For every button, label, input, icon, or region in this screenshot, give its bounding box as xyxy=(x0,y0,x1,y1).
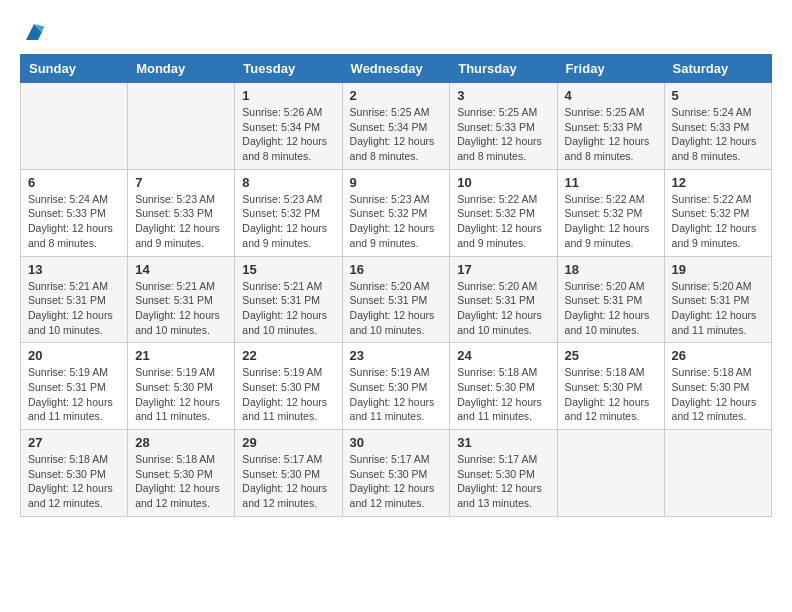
calendar-cell xyxy=(21,83,128,170)
logo-icon xyxy=(22,20,46,44)
calendar-cell: 3Sunrise: 5:25 AM Sunset: 5:33 PM Daylig… xyxy=(450,83,557,170)
weekday-header-sunday: Sunday xyxy=(21,55,128,83)
day-number: 17 xyxy=(457,262,549,277)
calendar-cell: 23Sunrise: 5:19 AM Sunset: 5:30 PM Dayli… xyxy=(342,343,450,430)
day-info: Sunrise: 5:24 AM Sunset: 5:33 PM Dayligh… xyxy=(28,192,120,251)
day-info: Sunrise: 5:23 AM Sunset: 5:32 PM Dayligh… xyxy=(242,192,334,251)
calendar-week-3: 13Sunrise: 5:21 AM Sunset: 5:31 PM Dayli… xyxy=(21,256,772,343)
weekday-header-wednesday: Wednesday xyxy=(342,55,450,83)
day-number: 31 xyxy=(457,435,549,450)
calendar-cell: 31Sunrise: 5:17 AM Sunset: 5:30 PM Dayli… xyxy=(450,430,557,517)
calendar-cell: 8Sunrise: 5:23 AM Sunset: 5:32 PM Daylig… xyxy=(235,169,342,256)
day-info: Sunrise: 5:25 AM Sunset: 5:34 PM Dayligh… xyxy=(350,105,443,164)
day-number: 28 xyxy=(135,435,227,450)
calendar-cell: 26Sunrise: 5:18 AM Sunset: 5:30 PM Dayli… xyxy=(664,343,771,430)
day-info: Sunrise: 5:20 AM Sunset: 5:31 PM Dayligh… xyxy=(565,279,657,338)
calendar-cell: 28Sunrise: 5:18 AM Sunset: 5:30 PM Dayli… xyxy=(128,430,235,517)
calendar-cell xyxy=(557,430,664,517)
day-info: Sunrise: 5:22 AM Sunset: 5:32 PM Dayligh… xyxy=(457,192,549,251)
day-info: Sunrise: 5:18 AM Sunset: 5:30 PM Dayligh… xyxy=(672,365,764,424)
calendar-header-row: SundayMondayTuesdayWednesdayThursdayFrid… xyxy=(21,55,772,83)
calendar-cell: 1Sunrise: 5:26 AM Sunset: 5:34 PM Daylig… xyxy=(235,83,342,170)
day-number: 13 xyxy=(28,262,120,277)
day-number: 11 xyxy=(565,175,657,190)
day-number: 22 xyxy=(242,348,334,363)
calendar-cell: 6Sunrise: 5:24 AM Sunset: 5:33 PM Daylig… xyxy=(21,169,128,256)
calendar-cell: 15Sunrise: 5:21 AM Sunset: 5:31 PM Dayli… xyxy=(235,256,342,343)
day-info: Sunrise: 5:19 AM Sunset: 5:30 PM Dayligh… xyxy=(242,365,334,424)
day-info: Sunrise: 5:17 AM Sunset: 5:30 PM Dayligh… xyxy=(242,452,334,511)
calendar-cell: 2Sunrise: 5:25 AM Sunset: 5:34 PM Daylig… xyxy=(342,83,450,170)
day-number: 30 xyxy=(350,435,443,450)
weekday-header-thursday: Thursday xyxy=(450,55,557,83)
day-number: 15 xyxy=(242,262,334,277)
calendar-cell: 21Sunrise: 5:19 AM Sunset: 5:30 PM Dayli… xyxy=(128,343,235,430)
calendar-cell: 20Sunrise: 5:19 AM Sunset: 5:31 PM Dayli… xyxy=(21,343,128,430)
day-info: Sunrise: 5:24 AM Sunset: 5:33 PM Dayligh… xyxy=(672,105,764,164)
calendar-cell: 14Sunrise: 5:21 AM Sunset: 5:31 PM Dayli… xyxy=(128,256,235,343)
day-number: 14 xyxy=(135,262,227,277)
calendar-cell: 18Sunrise: 5:20 AM Sunset: 5:31 PM Dayli… xyxy=(557,256,664,343)
calendar-cell: 22Sunrise: 5:19 AM Sunset: 5:30 PM Dayli… xyxy=(235,343,342,430)
day-number: 4 xyxy=(565,88,657,103)
day-number: 29 xyxy=(242,435,334,450)
page-header xyxy=(20,20,772,44)
calendar-cell xyxy=(664,430,771,517)
calendar-cell: 11Sunrise: 5:22 AM Sunset: 5:32 PM Dayli… xyxy=(557,169,664,256)
calendar-week-4: 20Sunrise: 5:19 AM Sunset: 5:31 PM Dayli… xyxy=(21,343,772,430)
day-number: 24 xyxy=(457,348,549,363)
day-info: Sunrise: 5:19 AM Sunset: 5:30 PM Dayligh… xyxy=(135,365,227,424)
day-info: Sunrise: 5:18 AM Sunset: 5:30 PM Dayligh… xyxy=(135,452,227,511)
day-number: 20 xyxy=(28,348,120,363)
calendar-cell: 30Sunrise: 5:17 AM Sunset: 5:30 PM Dayli… xyxy=(342,430,450,517)
calendar-cell: 24Sunrise: 5:18 AM Sunset: 5:30 PM Dayli… xyxy=(450,343,557,430)
day-info: Sunrise: 5:19 AM Sunset: 5:31 PM Dayligh… xyxy=(28,365,120,424)
day-info: Sunrise: 5:21 AM Sunset: 5:31 PM Dayligh… xyxy=(242,279,334,338)
day-info: Sunrise: 5:18 AM Sunset: 5:30 PM Dayligh… xyxy=(28,452,120,511)
day-number: 6 xyxy=(28,175,120,190)
weekday-header-saturday: Saturday xyxy=(664,55,771,83)
calendar-week-5: 27Sunrise: 5:18 AM Sunset: 5:30 PM Dayli… xyxy=(21,430,772,517)
logo xyxy=(20,20,46,44)
calendar-cell: 12Sunrise: 5:22 AM Sunset: 5:32 PM Dayli… xyxy=(664,169,771,256)
day-info: Sunrise: 5:17 AM Sunset: 5:30 PM Dayligh… xyxy=(457,452,549,511)
calendar-week-2: 6Sunrise: 5:24 AM Sunset: 5:33 PM Daylig… xyxy=(21,169,772,256)
day-info: Sunrise: 5:17 AM Sunset: 5:30 PM Dayligh… xyxy=(350,452,443,511)
day-number: 19 xyxy=(672,262,764,277)
day-info: Sunrise: 5:26 AM Sunset: 5:34 PM Dayligh… xyxy=(242,105,334,164)
calendar-cell: 5Sunrise: 5:24 AM Sunset: 5:33 PM Daylig… xyxy=(664,83,771,170)
day-info: Sunrise: 5:23 AM Sunset: 5:33 PM Dayligh… xyxy=(135,192,227,251)
day-number: 1 xyxy=(242,88,334,103)
day-info: Sunrise: 5:19 AM Sunset: 5:30 PM Dayligh… xyxy=(350,365,443,424)
calendar-cell: 9Sunrise: 5:23 AM Sunset: 5:32 PM Daylig… xyxy=(342,169,450,256)
day-info: Sunrise: 5:22 AM Sunset: 5:32 PM Dayligh… xyxy=(672,192,764,251)
calendar-cell xyxy=(128,83,235,170)
day-info: Sunrise: 5:25 AM Sunset: 5:33 PM Dayligh… xyxy=(457,105,549,164)
day-number: 27 xyxy=(28,435,120,450)
day-number: 25 xyxy=(565,348,657,363)
calendar-cell: 25Sunrise: 5:18 AM Sunset: 5:30 PM Dayli… xyxy=(557,343,664,430)
day-info: Sunrise: 5:21 AM Sunset: 5:31 PM Dayligh… xyxy=(135,279,227,338)
calendar-cell: 19Sunrise: 5:20 AM Sunset: 5:31 PM Dayli… xyxy=(664,256,771,343)
day-number: 18 xyxy=(565,262,657,277)
day-info: Sunrise: 5:20 AM Sunset: 5:31 PM Dayligh… xyxy=(672,279,764,338)
calendar-week-1: 1Sunrise: 5:26 AM Sunset: 5:34 PM Daylig… xyxy=(21,83,772,170)
day-info: Sunrise: 5:18 AM Sunset: 5:30 PM Dayligh… xyxy=(565,365,657,424)
day-info: Sunrise: 5:22 AM Sunset: 5:32 PM Dayligh… xyxy=(565,192,657,251)
day-number: 23 xyxy=(350,348,443,363)
day-number: 12 xyxy=(672,175,764,190)
day-number: 7 xyxy=(135,175,227,190)
day-info: Sunrise: 5:25 AM Sunset: 5:33 PM Dayligh… xyxy=(565,105,657,164)
day-info: Sunrise: 5:20 AM Sunset: 5:31 PM Dayligh… xyxy=(350,279,443,338)
day-number: 10 xyxy=(457,175,549,190)
day-info: Sunrise: 5:21 AM Sunset: 5:31 PM Dayligh… xyxy=(28,279,120,338)
day-number: 5 xyxy=(672,88,764,103)
calendar-table: SundayMondayTuesdayWednesdayThursdayFrid… xyxy=(20,54,772,517)
day-number: 21 xyxy=(135,348,227,363)
calendar-cell: 13Sunrise: 5:21 AM Sunset: 5:31 PM Dayli… xyxy=(21,256,128,343)
day-info: Sunrise: 5:23 AM Sunset: 5:32 PM Dayligh… xyxy=(350,192,443,251)
day-number: 16 xyxy=(350,262,443,277)
calendar-cell: 29Sunrise: 5:17 AM Sunset: 5:30 PM Dayli… xyxy=(235,430,342,517)
day-info: Sunrise: 5:18 AM Sunset: 5:30 PM Dayligh… xyxy=(457,365,549,424)
weekday-header-tuesday: Tuesday xyxy=(235,55,342,83)
